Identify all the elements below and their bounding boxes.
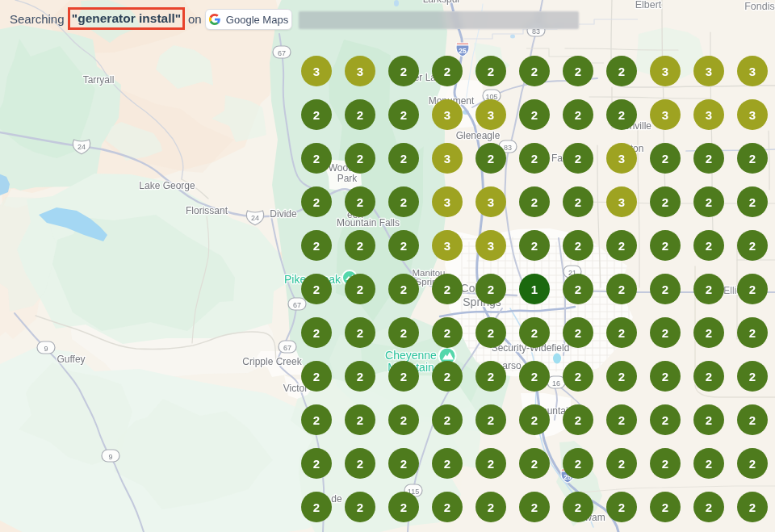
svg-text:Mountain Falls: Mountain Falls xyxy=(337,217,400,228)
svg-text:24: 24 xyxy=(251,214,259,222)
svg-text:67: 67 xyxy=(293,301,301,309)
svg-text:Fa: Fa xyxy=(551,153,563,164)
svg-text:Florissant: Florissant xyxy=(186,205,228,216)
svg-text:67: 67 xyxy=(283,344,291,352)
svg-text:Cheyenne: Cheyenne xyxy=(385,349,437,362)
svg-text:Lake George: Lake George xyxy=(139,180,195,191)
svg-text:9: 9 xyxy=(44,345,48,353)
svg-text:de: de xyxy=(331,493,342,505)
svg-text:24: 24 xyxy=(78,143,86,151)
svg-text:Cripple Creek: Cripple Creek xyxy=(242,356,302,367)
svg-text:Divide: Divide xyxy=(270,208,297,220)
svg-text:arso: arso xyxy=(502,360,522,371)
svg-text:Gleneagle: Gleneagle xyxy=(456,130,501,141)
svg-text:67: 67 xyxy=(278,49,286,57)
svg-text:25: 25 xyxy=(459,47,467,55)
svg-text:Guffey: Guffey xyxy=(57,354,85,365)
svg-text:9: 9 xyxy=(108,453,112,461)
svg-text:Tarryall: Tarryall xyxy=(83,74,115,86)
svg-text:83: 83 xyxy=(504,144,512,152)
svg-text:16: 16 xyxy=(552,379,560,387)
svg-text:Park: Park xyxy=(337,173,358,184)
